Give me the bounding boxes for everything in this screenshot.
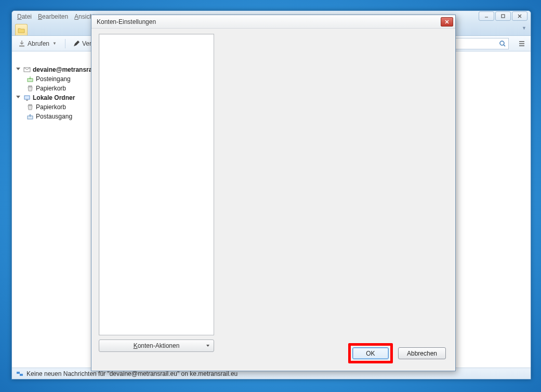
pencil-icon [73, 40, 80, 47]
menu-edit[interactable]: Bearbeiten [38, 13, 68, 20]
search-icon [499, 40, 506, 47]
svg-rect-14 [26, 100, 28, 101]
trash-icon [27, 85, 34, 92]
status-network-icon [16, 370, 23, 377]
get-mail-button[interactable]: Abrufen ▼ [15, 39, 61, 48]
tree-outbox[interactable]: Postausgang [12, 112, 102, 121]
trash-icon [27, 103, 34, 111]
folder-tab-icon[interactable] [15, 24, 28, 35]
menu-file[interactable]: Datei [17, 13, 32, 20]
svg-rect-1 [502, 15, 505, 18]
get-mail-label: Abrufen [28, 40, 49, 47]
dialog-buttons: OK Abbrechen [348, 343, 446, 363]
account-list-panel[interactable] [99, 34, 214, 335]
chevron-down-icon [16, 68, 20, 72]
dialog-title: Konten-Einstellungen [97, 18, 156, 25]
tree-account[interactable]: devaine@metransra [12, 65, 102, 74]
cancel-button[interactable]: Abbrechen [398, 347, 446, 359]
svg-rect-13 [24, 96, 30, 99]
dialog-close-button[interactable] [441, 17, 453, 27]
tree-inbox[interactable]: Posteingang [12, 74, 102, 84]
account-actions-button[interactable]: Konten-Aktionen [99, 339, 214, 352]
computer-icon [23, 94, 31, 101]
tree-trash-account[interactable]: Papierkorb [12, 84, 102, 93]
svg-rect-12 [29, 86, 32, 87]
download-icon [18, 40, 25, 47]
chevron-down-icon [16, 96, 20, 100]
account-settings-dialog: Konten-Einstellungen Konten-Aktionen OK … [91, 15, 456, 371]
tabstrip-expand-icon[interactable]: ▼ [522, 25, 526, 31]
mail-account-icon [23, 66, 31, 73]
svg-rect-4 [19, 45, 24, 47]
toolbar-separator [65, 39, 65, 48]
dropdown-icon[interactable]: ▼ [51, 41, 58, 46]
app-menu-button[interactable] [516, 38, 527, 49]
ok-highlight: OK [348, 343, 393, 363]
outbox-icon [27, 113, 34, 120]
tree-trash-local[interactable]: Papierkorb [12, 102, 102, 112]
dropdown-icon [206, 345, 209, 347]
dialog-body: Konten-Aktionen OK Abbrechen [91, 29, 455, 371]
inbox-icon [27, 75, 34, 83]
folder-tree: devaine@metransra Posteingang Papierkorb… [12, 63, 103, 368]
close-button[interactable] [512, 11, 527, 21]
svg-rect-17 [17, 372, 20, 374]
svg-line-6 [504, 45, 505, 46]
svg-point-5 [500, 41, 504, 45]
maximize-button[interactable] [495, 11, 511, 21]
window-controls [479, 11, 527, 21]
tree-local-folders[interactable]: Lokale Ordner [12, 93, 102, 102]
dialog-titlebar[interactable]: Konten-Einstellungen [91, 15, 455, 29]
ok-button[interactable]: OK [352, 347, 389, 359]
svg-rect-18 [20, 374, 23, 376]
minimize-button[interactable] [479, 11, 494, 21]
svg-rect-15 [29, 104, 32, 106]
